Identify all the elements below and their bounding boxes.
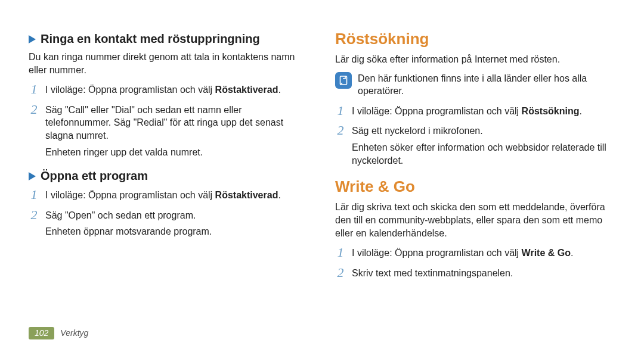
rostsokning-intro: Lär dig söka efter information på Intern… [335, 53, 615, 66]
step-2: 2 Säg ett nyckelord i mikrofonen. Enhete… [335, 123, 615, 170]
steps-oppna: 1 I viloläge: Öppna programlistan och vä… [29, 188, 309, 242]
step-body: Skriv text med textinmatningspanelen. [352, 266, 615, 283]
writego-intro: Lär dig skriva text och skicka den som e… [335, 201, 615, 239]
left-column: Ringa en kontakt med röstuppringning Du … [29, 25, 309, 338]
step-text: Säg ett nyckelord i mikrofonen. [352, 124, 615, 138]
step-body: Säg "Call" eller "Dial" och sedan ett na… [45, 102, 309, 162]
step-text: I viloläge: Öppna programlistan och välj… [352, 247, 615, 260]
text: I viloläge: Öppna programlistan och välj [352, 248, 522, 258]
heading-ringa-text: Ringa en kontakt med röstuppringning [41, 31, 260, 47]
step-1: 1 I viloläge: Öppna programlistan och vä… [335, 104, 615, 121]
step-result: Enheten öppnar motsvarande program. [45, 225, 309, 238]
step-body: I viloläge: Öppna programlistan och välj… [352, 104, 615, 121]
text: . [278, 85, 280, 95]
step-number-icon: 2 [335, 266, 346, 279]
step-1: 1 I viloläge: Öppna programlistan och vä… [335, 245, 615, 263]
text: . [579, 106, 581, 116]
step-text: I viloläge: Öppna programlistan och välj… [45, 83, 309, 96]
step-result: Enheten ringer upp det valda numret. [45, 146, 309, 159]
step-body: I viloläge: Öppna programlistan och välj… [352, 245, 615, 263]
chevron-right-icon [29, 35, 36, 43]
steps-ringa: 1 I viloläge: Öppna programlistan och vä… [29, 82, 309, 162]
chevron-right-icon [29, 172, 36, 180]
step-text: Skriv text med textinmatningspanelen. [352, 267, 615, 280]
step-body: I viloläge: Öppna programlistan och välj… [45, 82, 309, 100]
steps-writego: 1 I viloläge: Öppna programlistan och vä… [335, 245, 615, 283]
footer-section-label: Verktyg [60, 328, 88, 339]
text: I viloläge: Öppna programlistan och välj [45, 85, 215, 95]
ringa-intro: Du kan ringa nummer direkt genom att tal… [29, 51, 309, 76]
heading-oppna: Öppna ett program [29, 168, 309, 184]
heading-oppna-text: Öppna ett program [41, 168, 148, 184]
heading-ringa: Ringa en kontakt med röstuppringning [29, 31, 309, 47]
bold-term: Röstaktiverad [215, 85, 278, 95]
step-body: Säg ett nyckelord i mikrofonen. Enheten … [352, 123, 615, 170]
step-2: 2 Skriv text med textinmatningspanelen. [335, 266, 615, 283]
step-2: 2 Säg "Call" eller "Dial" och sedan ett … [29, 102, 309, 162]
step-number-icon: 2 [29, 102, 39, 116]
note-body: Den här funktionen finns inte i alla län… [358, 72, 615, 98]
step-number-icon: 2 [335, 123, 346, 137]
page-number-badge: 102 [29, 327, 54, 339]
step-body: I viloläge: Öppna programlistan och välj… [45, 188, 309, 205]
title-write-go: Write & Go [335, 176, 615, 197]
step-number-icon: 1 [335, 104, 346, 117]
step-1: 1 I viloläge: Öppna programlistan och vä… [29, 188, 309, 205]
page-footer: 102 Verktyg [29, 327, 88, 339]
note-rostsokning: Den här funktionen finns inte i alla län… [335, 72, 615, 98]
note-icon [335, 72, 352, 89]
text: . [571, 248, 573, 258]
bold-term: Write & Go [522, 248, 571, 258]
bold-term: Röstsökning [522, 106, 580, 116]
step-body: Säg "Open" och sedan ett program. Enhete… [45, 208, 309, 242]
step-1: 1 I viloläge: Öppna programlistan och vä… [29, 82, 309, 100]
text: I viloläge: Öppna programlistan och välj [352, 106, 522, 116]
step-2: 2 Säg "Open" och sedan ett program. Enhe… [29, 208, 309, 242]
title-rostsokning: Röstsökning [335, 29, 615, 49]
step-text: I viloläge: Öppna programlistan och välj… [45, 189, 309, 202]
right-column: Röstsökning Lär dig söka efter informati… [335, 25, 615, 338]
step-number-icon: 1 [335, 245, 346, 259]
manual-page: Ringa en kontakt med röstuppringning Du … [0, 0, 644, 349]
bold-term: Röstaktiverad [215, 190, 278, 200]
step-text: Säg "Open" och sedan ett program. [45, 209, 309, 222]
text: . [278, 190, 280, 200]
step-number-icon: 1 [29, 82, 39, 96]
steps-rostsokning: 1 I viloläge: Öppna programlistan och vä… [335, 104, 615, 170]
step-result: Enheten söker efter information och webb… [352, 141, 615, 167]
step-number-icon: 2 [29, 208, 39, 222]
step-number-icon: 1 [29, 188, 39, 201]
step-text: I viloläge: Öppna programlistan och välj… [352, 105, 615, 118]
text: I viloläge: Öppna programlistan och välj [45, 190, 215, 200]
step-text: Säg "Call" eller "Dial" och sedan ett na… [45, 104, 309, 142]
